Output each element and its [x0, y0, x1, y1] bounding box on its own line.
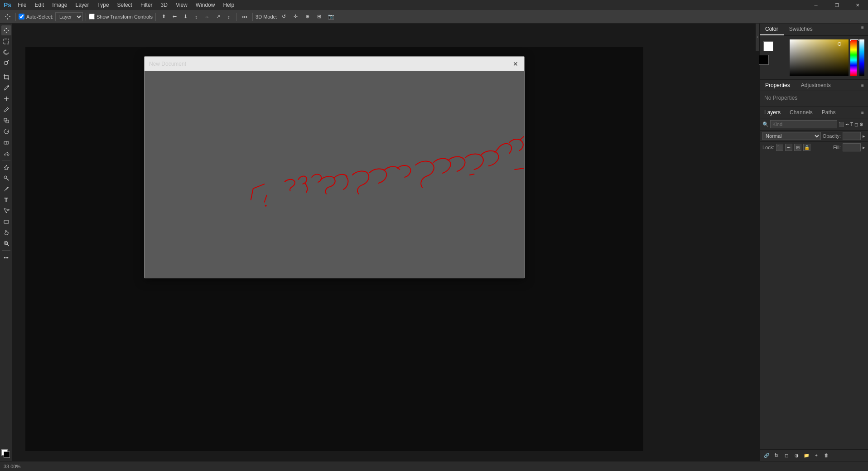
text-tool[interactable]: T [1, 195, 11, 205]
modal-body[interactable] [145, 71, 524, 278]
align-vcenter-btn[interactable]: ↔ [202, 12, 212, 22]
brush-tool[interactable] [1, 105, 11, 115]
3d-rotate-btn[interactable]: ↺ [279, 12, 289, 22]
properties-panel-menu[interactable]: ≡ [859, 82, 866, 89]
color-panel-menu[interactable]: ≡ [859, 24, 866, 31]
eraser-tool[interactable] [1, 137, 11, 147]
layer-smart-filter[interactable]: ⚙ [859, 120, 863, 128]
add-mask-btn[interactable]: ◻ [782, 452, 791, 460]
align-top-btn[interactable]: ⬆ [159, 12, 169, 22]
lock-position-btn[interactable]: ✒ [785, 144, 792, 151]
menu-view[interactable]: View [172, 1, 191, 9]
layer-adjust-filter[interactable]: ✒ [845, 120, 849, 128]
layer-filter-toggle[interactable] [865, 121, 865, 127]
menu-file[interactable]: File [14, 1, 30, 9]
crop-tool[interactable] [1, 72, 11, 82]
move-tool[interactable] [1, 25, 11, 35]
opacity-input[interactable] [843, 132, 861, 140]
fill-label: Fill: [833, 145, 841, 150]
more-options-btn[interactable]: ••• [240, 12, 250, 22]
restore-button[interactable]: ❐ [826, 0, 847, 10]
distribute-h-btn[interactable]: ↕ [224, 12, 234, 22]
new-layer-btn[interactable]: + [812, 452, 820, 460]
layer-pixel-filter[interactable]: ⬛ [839, 120, 844, 128]
align-left-btn[interactable]: ↕ [191, 12, 201, 22]
auto-select-checkbox[interactable]: Auto-Select: [19, 14, 53, 19]
show-transform-checkbox[interactable]: Show Transform Controls [89, 14, 153, 19]
path-select-tool[interactable] [1, 206, 11, 216]
3d-scale-btn[interactable]: ⊞ [314, 12, 324, 22]
foreground-bg-colors[interactable] [1, 449, 11, 459]
tab-properties[interactable]: Properties [760, 80, 796, 91]
auto-select-type[interactable]: Layer Group [55, 12, 83, 21]
menu-type[interactable]: Type [94, 1, 113, 9]
layers-kind-filter[interactable] [770, 120, 837, 128]
menu-filter[interactable]: Filter [137, 1, 156, 9]
delete-layer-btn[interactable]: 🗑 [822, 452, 830, 460]
move-tool-btn[interactable] [3, 12, 13, 22]
menu-window[interactable]: Window [192, 1, 219, 9]
tab-channels[interactable]: Channels [785, 107, 817, 118]
layers-blend-mode[interactable]: Normal Multiply Screen Overlay [762, 132, 821, 140]
paint-bucket-tool[interactable] [1, 148, 11, 158]
menu-image[interactable]: Image [48, 1, 71, 9]
close-button[interactable]: ✕ [847, 0, 868, 10]
3d-slide-btn[interactable]: ⊕ [303, 12, 313, 22]
tab-paths[interactable]: Paths [817, 107, 840, 118]
right-panel-collapse[interactable]: ‹ [756, 24, 759, 51]
layer-type-filter[interactable]: T [850, 120, 853, 128]
history-brush-tool[interactable] [1, 126, 11, 136]
lock-pixels-btn[interactable]: ⬛ [776, 144, 783, 151]
3d-pan-btn[interactable]: ✛ [291, 12, 301, 22]
color-spectrum[interactable] [790, 39, 849, 76]
new-adjustment-btn[interactable]: ◑ [792, 452, 800, 460]
opacity-arrow[interactable]: ▸ [863, 133, 865, 139]
menu-help[interactable]: Help [219, 1, 238, 9]
blur-tool[interactable] [1, 162, 11, 172]
layers-panel-menu[interactable]: ≡ [859, 109, 866, 116]
shape-tool[interactable] [1, 217, 11, 227]
link-layers-btn[interactable]: 🔗 [762, 452, 771, 460]
tab-adjustments[interactable]: Adjustments [796, 80, 836, 91]
eyedropper-tool[interactable] [1, 83, 11, 93]
lock-artboard-btn[interactable]: ⊞ [794, 144, 801, 151]
new-group-btn[interactable]: 📁 [802, 452, 810, 460]
3d-camera-btn[interactable]: 📷 [326, 12, 336, 22]
menu-select[interactable]: Select [114, 1, 136, 9]
add-style-btn[interactable]: fx [772, 452, 781, 460]
layers-list[interactable] [760, 153, 868, 449]
hue-strip[interactable] [850, 39, 857, 76]
menu-3d[interactable]: 3D [157, 1, 171, 9]
menu-layer[interactable]: Layer [72, 1, 93, 9]
tab-color[interactable]: Color [760, 24, 784, 35]
layer-shape-filter[interactable]: ◻ [854, 120, 858, 128]
menu-edit[interactable]: Edit [31, 1, 48, 9]
3d-mode-label: 3D Mode: [256, 14, 277, 19]
more-tools-btn[interactable]: ••• [1, 252, 11, 262]
align-middle-btn[interactable]: ⬅ [169, 12, 179, 22]
layers-lock-row: Lock: ⬛ ✒ ⊞ 🔒 Fill: ▸ [760, 142, 868, 153]
lock-all-btn[interactable]: 🔒 [803, 144, 810, 151]
saturation-strip[interactable] [859, 39, 864, 76]
rectangle-select-tool[interactable] [1, 36, 11, 46]
hand-tool[interactable] [1, 228, 11, 238]
align-right-btn[interactable]: ↗ [213, 12, 223, 22]
lasso-tool[interactable] [1, 47, 11, 57]
zoom-tool[interactable] [1, 238, 11, 248]
dodge-tool[interactable] [1, 173, 11, 183]
clone-stamp-tool[interactable] [1, 116, 11, 126]
svg-line-19 [515, 168, 524, 170]
foreground-color-swatch[interactable] [763, 41, 773, 51]
pen-tool[interactable] [1, 184, 11, 194]
color-tabs: Color Swatches ≡ [760, 24, 868, 36]
fill-input[interactable] [843, 143, 861, 151]
healing-tool[interactable] [1, 94, 11, 104]
align-bottom-btn[interactable]: ⬇ [180, 12, 190, 22]
modal-close-button[interactable]: ✕ [511, 60, 520, 68]
tab-layers[interactable]: Layers [760, 107, 785, 118]
quick-select-tool[interactable] [1, 58, 11, 68]
tab-swatches[interactable]: Swatches [784, 24, 818, 35]
minimize-button[interactable]: ─ [805, 0, 826, 10]
background-color-swatch[interactable] [759, 55, 769, 65]
fill-arrow[interactable]: ▸ [863, 145, 865, 151]
